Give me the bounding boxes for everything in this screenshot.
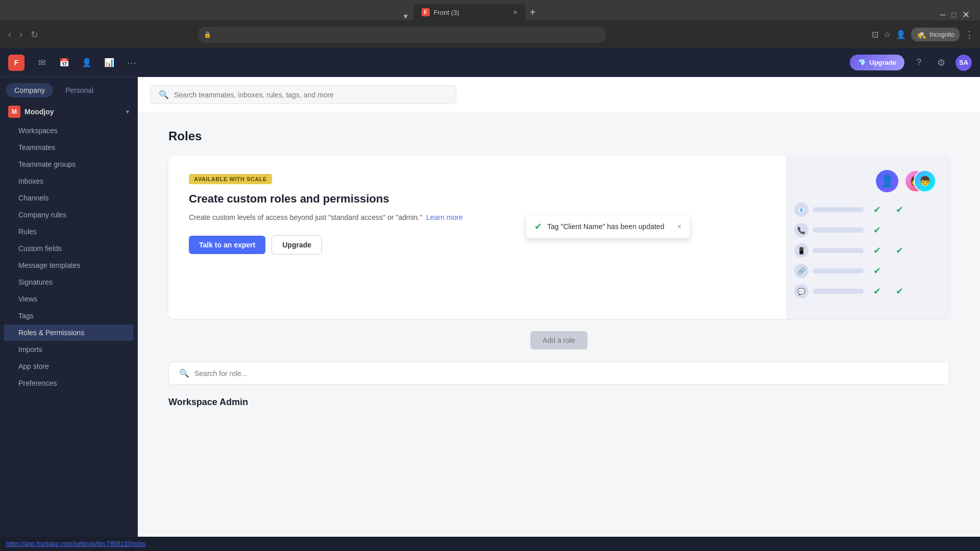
more-button[interactable]: ⋮ [965, 29, 974, 40]
contacts-nav-btn[interactable]: 👤 [78, 54, 96, 72]
sidebar-item-preferences[interactable]: Preferences [4, 375, 133, 391]
sidebar: Company Personal M Moodjoy ▾ Workspaces … [0, 77, 138, 537]
sidebar-item-workspaces[interactable]: Workspaces [4, 122, 133, 139]
search-role-icon: 🔍 [179, 368, 189, 378]
address-bar: 🔒 app.frontapp.com/settings/tim:7858132/… [198, 27, 606, 43]
talk-to-expert-button[interactable]: Talk to an expert [189, 236, 265, 254]
perm-row-2-bar [813, 228, 864, 233]
upgrade-card-right: 👤 🧑 👦 📧 ✔ ✔ [786, 156, 949, 319]
upgrade-card-button[interactable]: Upgrade [272, 235, 322, 255]
personal-tab[interactable]: Personal [57, 83, 102, 97]
content-area: 🔍 Roles ✔ Tag "Client Name" has been upd… [138, 77, 980, 537]
sidebar-label-company-rules: Company rules [18, 211, 66, 219]
calendar-nav-btn[interactable]: 📅 [55, 54, 74, 72]
sidebar-item-tags[interactable]: Tags [4, 308, 133, 324]
search-input-wrap: 🔍 [150, 85, 456, 104]
sidebar-item-imports[interactable]: Imports [4, 341, 133, 358]
sidebar-item-app-store[interactable]: App store [4, 358, 133, 374]
more-nav-btn[interactable]: ⋯ [122, 54, 141, 72]
sidebar-nav: Workspaces Teammates Teammate groups Inb… [0, 122, 137, 392]
scale-badge: AVAILABLE WITH SCALE [189, 174, 272, 184]
perm-row-3-icon: 📱 [794, 243, 808, 258]
sidebar-label-channels: Channels [18, 194, 48, 202]
sidebar-item-teammate-groups[interactable]: Teammate groups [4, 156, 133, 172]
sidebar-label-teammates: Teammates [18, 143, 55, 152]
lock-icon: 🔒 [204, 31, 211, 38]
sidebar-label-app-store: App store [18, 362, 49, 370]
perm-row-5-icon: 💬 [794, 284, 808, 298]
maximize-button[interactable]: □ [950, 11, 958, 19]
settings-button[interactable]: ⚙ [933, 55, 949, 71]
cast-button[interactable]: ⊡ [872, 30, 878, 39]
sidebar-label-tags: Tags [18, 312, 34, 320]
perm-row-1-check2: ✔ [890, 204, 909, 215]
close-button[interactable]: ✕ [960, 9, 972, 20]
sidebar-label-imports: Imports [18, 345, 42, 354]
sidebar-label-inboxes: Inboxes [18, 177, 43, 185]
sidebar-item-channels[interactable]: Channels [4, 190, 133, 206]
learn-more-link[interactable]: Learn more [426, 213, 463, 221]
incognito-icon: 🕵 [916, 30, 926, 39]
perm-row-4-bar [813, 268, 864, 273]
upgrade-card-desc-text: Create custom levels of access beyond ju… [189, 213, 422, 221]
perm-row-3: 📱 ✔ ✔ [794, 243, 941, 258]
sidebar-tabs: Company Personal [0, 77, 137, 102]
card-actions: Talk to an expert Upgrade [189, 235, 766, 255]
perm-row-5-bar [813, 289, 864, 294]
perm-row-2: 📞 ✔ [794, 223, 941, 237]
inbox-nav-btn[interactable]: ✉ [33, 54, 51, 72]
sidebar-item-rules[interactable]: Rules [4, 223, 133, 240]
sidebar-label-workspaces: Workspaces [18, 127, 58, 135]
company-tab[interactable]: Company [6, 83, 53, 97]
sidebar-item-teammates[interactable]: Teammates [4, 139, 133, 156]
sidebar-item-inboxes[interactable]: Inboxes [4, 173, 133, 189]
browser-chrome: ▼ F Front (3) × + ─ □ ✕ ‹ › ↻ 🔒 app.fron… [0, 0, 980, 48]
browser-toolbar: ‹ › ↻ 🔒 app.frontapp.com/settings/tim:78… [0, 20, 980, 48]
app-logo[interactable]: F [8, 55, 24, 71]
perm-row-1-bar [813, 207, 864, 212]
new-tab-button[interactable]: + [526, 4, 540, 20]
sidebar-item-signatures[interactable]: Signatures [4, 274, 133, 290]
tab-title: Front (3) [434, 9, 509, 16]
upgrade-button[interactable]: 💎 Upgrade [850, 55, 904, 70]
sidebar-item-roles-permissions[interactable]: Roles & Permissions [4, 324, 133, 341]
app-container: F ✉ 📅 👤 📊 ⋯ 💎 Upgrade ? ⚙ SA [0, 48, 980, 551]
refresh-button[interactable]: ↻ [29, 27, 40, 42]
topbar-left: F ✉ 📅 👤 📊 ⋯ [8, 54, 141, 72]
search-role-input[interactable] [194, 369, 939, 378]
company-icon: M [8, 106, 20, 118]
scale-badge-label: AVAILABLE WITH SCALE [194, 176, 267, 182]
forward-button[interactable]: › [17, 27, 24, 42]
help-button[interactable]: ? [911, 55, 927, 71]
user-avatar[interactable]: SA [955, 55, 972, 71]
sidebar-company-header[interactable]: M Moodjoy ▾ [0, 102, 137, 122]
bookmark-button[interactable]: ☆ [884, 30, 891, 39]
sidebar-item-views[interactable]: Views [4, 291, 133, 307]
perm-row-3-check2: ✔ [890, 245, 909, 256]
sidebar-label-preferences: Preferences [18, 379, 57, 387]
gem-icon: 💎 [858, 59, 866, 66]
profile-button[interactable]: 👤 [896, 30, 906, 39]
topbar-nav: ✉ 📅 👤 📊 ⋯ [33, 54, 141, 72]
page-content: Roles ✔ Tag "Client Name" has been updat… [138, 113, 980, 537]
sidebar-item-custom-fields[interactable]: Custom fields [4, 240, 133, 257]
add-role-button[interactable]: Add a role [530, 331, 587, 349]
avatar-initials: SA [959, 59, 968, 66]
perm-row-1-check1: ✔ [868, 204, 886, 215]
tab-dropdown-chevron[interactable]: ▼ [402, 12, 409, 20]
status-bar: https://app.frontapp.com/settings/tim:78… [0, 537, 980, 551]
company-chevron-icon: ▾ [126, 108, 129, 115]
sidebar-item-company-rules[interactable]: Company rules [4, 207, 133, 223]
back-button[interactable]: ‹ [6, 27, 13, 42]
search-input[interactable] [174, 91, 448, 99]
tab-close-btn[interactable]: × [513, 8, 517, 16]
minimize-button[interactable]: ─ [938, 10, 947, 19]
analytics-nav-btn[interactable]: 📊 [100, 54, 118, 72]
address-input[interactable]: app.frontapp.com/settings/tim:7858132/ro… [215, 31, 600, 39]
perm-row-4-check1: ✔ [868, 265, 886, 277]
perm-avatar-multi: 🧑 👦 [904, 170, 937, 192]
status-url: https://app.frontapp.com/settings/tim:78… [6, 540, 145, 547]
toast-close-button[interactable]: × [677, 222, 681, 231]
perm-row-3-bar [813, 248, 864, 253]
sidebar-item-message-templates[interactable]: Message templates [4, 257, 133, 273]
